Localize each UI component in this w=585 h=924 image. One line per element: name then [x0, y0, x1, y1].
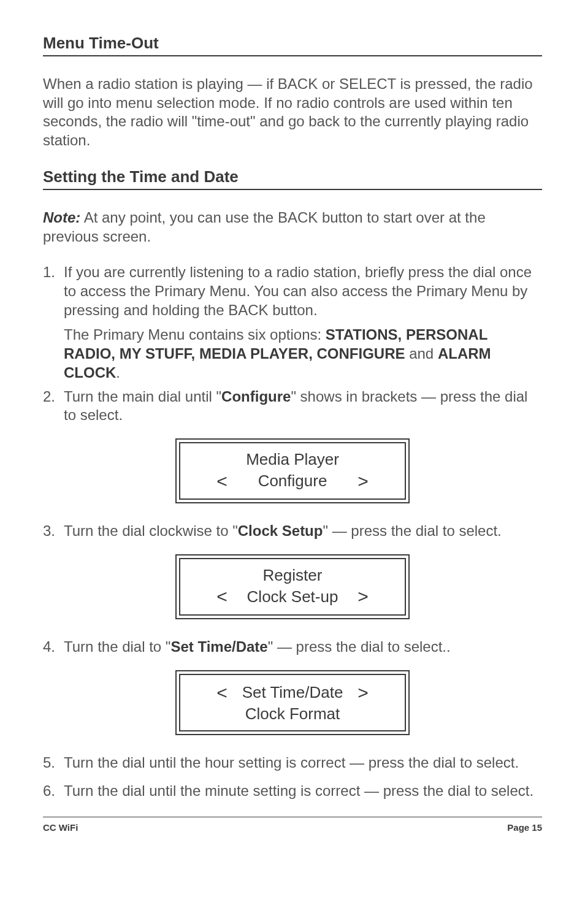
step-5-text: Turn the dial until the hour setting is …: [64, 754, 542, 773]
lcd3-left-arrow: <: [210, 681, 234, 704]
step-2-pre: Turn the main dial until ": [64, 388, 221, 405]
lcd1-line1: Media Player: [234, 449, 351, 470]
step-4-number: 4.: [43, 638, 64, 657]
paragraph-timeout: When a radio station is playing — if BAC…: [43, 75, 542, 150]
page-footer: CC WiFi Page 15: [43, 817, 542, 833]
lcd-display-1: Media Player < Configure >: [175, 438, 410, 503]
heading-menu-timeout: Menu Time-Out: [43, 34, 542, 56]
step-6-number: 6.: [43, 782, 64, 801]
heading-setting-time-date: Setting the Time and Date: [43, 167, 542, 190]
step-5: 5. Turn the dial until the hour setting …: [43, 754, 542, 773]
step-4-bold: Set Time/Date: [170, 638, 267, 655]
step-3: 3. Turn the dial clockwise to "Clock Set…: [43, 522, 542, 541]
step-3-pre: Turn the dial clockwise to ": [64, 522, 238, 539]
step-1b-pre: The Primary Menu contains six options:: [64, 326, 326, 343]
step-1-number: 1.: [43, 263, 64, 382]
note-text: At any point, you can use the BACK butto…: [43, 209, 486, 245]
step-3-text: Turn the dial clockwise to "Clock Setup"…: [64, 522, 542, 541]
step-4-pre: Turn the dial to ": [64, 638, 170, 655]
lcd2-right-arrow: >: [351, 585, 375, 608]
lcd1-right-arrow: >: [351, 470, 375, 493]
step-4-post: " — press the dial to select..: [268, 638, 451, 655]
step-1b-post: .: [116, 364, 120, 381]
lcd3-line1: Set Time/Date: [234, 682, 351, 703]
step-6: 6. Turn the dial until the minute settin…: [43, 782, 542, 801]
footer-page-number: Page 15: [507, 822, 542, 833]
step-3-bold: Clock Setup: [238, 522, 323, 539]
step-1: 1. If you are currently listening to a r…: [43, 263, 542, 382]
lcd3-line2: Clock Format: [234, 704, 351, 724]
footer-product: CC WiFi: [43, 822, 78, 833]
step-6-text: Turn the dial until the minute setting i…: [64, 782, 542, 801]
note-paragraph: Note: At any point, you can use the BACK…: [43, 208, 542, 246]
step-2-number: 2.: [43, 388, 64, 425]
lcd2-line2: Clock Set-up: [234, 587, 351, 607]
lcd2-left-arrow: <: [210, 585, 234, 608]
lcd1-left-arrow: <: [210, 470, 234, 493]
step-1-text-a: If you are currently listening to a radi…: [64, 263, 542, 319]
step-4: 4. Turn the dial to "Set Time/Date" — pr…: [43, 638, 542, 657]
lcd-display-3: < Set Time/Date > Clock Format: [175, 670, 410, 735]
step-2: 2. Turn the main dial until "Configure" …: [43, 388, 542, 425]
step-3-post: " — press the dial to select.: [323, 522, 501, 539]
step-1-text-b: The Primary Menu contains six options: S…: [64, 326, 542, 382]
step-3-number: 3.: [43, 522, 64, 541]
lcd3-right-arrow: >: [351, 681, 375, 704]
step-2-text: Turn the main dial until "Configure" sho…: [64, 388, 542, 425]
step-4-text: Turn the dial to "Set Time/Date" — press…: [64, 638, 542, 657]
lcd-display-2: Register < Clock Set-up >: [175, 554, 410, 619]
lcd1-line2: Configure: [234, 471, 351, 491]
step-1b-mid: and: [405, 345, 438, 362]
note-label: Note:: [43, 209, 80, 226]
lcd2-line1: Register: [234, 565, 351, 586]
step-2-bold: Configure: [221, 388, 291, 405]
step-5-number: 5.: [43, 754, 64, 773]
